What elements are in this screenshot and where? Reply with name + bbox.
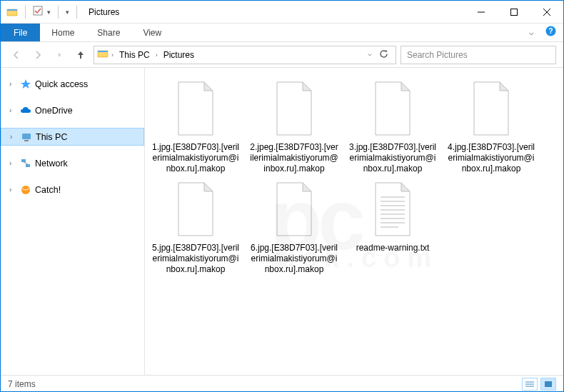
chevron-right-icon[interactable]: › [110,51,115,59]
svg-rect-12 [24,140,29,141]
chevron-right-icon[interactable]: › [9,159,16,167]
status-count: 7 items [8,379,36,389]
cloud-icon [20,105,31,116]
blank-file-icon [168,78,223,139]
search-input[interactable]: Search Pictures [401,46,556,64]
file-name: 5.jpg.[E38D7F03].[verilerimialmakistiyor… [151,243,241,275]
recent-dropdown-icon[interactable]: ▾ [51,46,68,64]
file-tab[interactable]: File [1,24,40,41]
details-view-button[interactable] [522,378,538,391]
monitor-icon [21,131,32,143]
blank-file-icon [266,78,322,139]
qat-dropdown-icon[interactable]: ▾ [47,9,51,16]
minimize-button[interactable] [465,1,498,24]
file-item[interactable]: 3.jpg.[E38D7F03].[verilerimialmakistiyor… [346,78,439,174]
text-file-icon [365,179,421,240]
refresh-icon[interactable] [379,49,388,61]
qat-overflow-icon[interactable]: ▾ [66,9,69,16]
blank-file-icon [266,179,322,240]
explorer-icon [6,6,18,18]
separator [25,6,26,19]
chevron-right-icon[interactable]: › [9,186,16,194]
breadcrumb-dropdown-icon[interactable]: ⌵ [368,49,372,61]
svg-rect-14 [26,164,30,167]
sidebar-item-catch[interactable]: › Catch! [1,181,144,198]
network-icon [20,158,31,169]
chevron-right-icon[interactable]: › [10,133,17,141]
back-button[interactable] [8,46,25,64]
breadcrumb-folder-icon [97,48,109,61]
sidebar-item-label: Quick access [35,79,88,89]
chevron-right-icon[interactable]: › [9,106,16,114]
file-name: 6.jpg.[E38D7F03].[verilerimialmakistiyor… [249,243,339,275]
ribbon: File Home Share View ⌵ ? [1,24,563,42]
titlebar: ▾ ▾ Pictures [1,1,563,24]
file-item[interactable]: readme-warning.txt [346,179,439,275]
tab-share[interactable]: Share [86,24,131,41]
help-icon[interactable]: ? [545,26,556,39]
sidebar-item-label: Catch! [35,185,61,195]
up-button[interactable] [72,46,89,64]
chevron-right-icon[interactable]: › [154,51,159,59]
sidebar-item-label: This PC [36,132,67,142]
file-name: 3.jpg.[E38D7F03].[verilerimialmakistiyor… [348,142,438,174]
file-item[interactable]: 6.jpg.[E38D7F03].[verilerimialmakistiyor… [248,179,341,275]
blank-file-icon [463,78,519,139]
qat-checkbox-icon[interactable] [33,6,43,19]
sidebar-item-this-pc[interactable]: › This PC [1,128,144,146]
blank-file-icon [168,179,223,240]
svg-rect-13 [21,159,26,162]
sidebar-item-label: Network [35,159,68,169]
chevron-right-icon[interactable]: › [9,80,16,88]
star-icon [20,79,31,90]
sidebar-item-label: OneDrive [35,106,73,116]
svg-rect-28 [545,381,552,387]
sidebar-item-onedrive[interactable]: › OneDrive [1,101,144,119]
breadcrumb-pictures[interactable]: Pictures [161,50,197,60]
blank-file-icon [365,78,421,139]
svg-text:?: ? [548,27,553,35]
expand-ribbon-icon[interactable]: ⌵ [529,28,534,37]
separator [58,6,59,19]
ball-icon [20,184,31,196]
file-item[interactable]: 2.jpeg.[E38D7F03].[verilerimialmakistiyo… [248,78,341,174]
window-title: Pictures [84,7,119,17]
navigation-pane: › Quick access › OneDrive › This PC › Ne… [1,68,145,375]
maximize-button[interactable] [498,1,530,24]
tab-view[interactable]: View [131,24,173,41]
svg-line-15 [24,162,28,164]
large-icons-view-button[interactable] [540,378,556,391]
svg-rect-2 [34,6,42,15]
addressbar: ▾ › This PC › Pictures ⌵ Search Pictures [1,42,563,68]
file-item[interactable]: 1.jpg.[E38D7F03].[verilerimialmakistiyor… [149,78,242,174]
file-item[interactable]: 5.jpg.[E38D7F03].[verilerimialmakistiyor… [149,179,242,275]
titlebar-left: ▾ ▾ Pictures [1,6,119,19]
forward-button[interactable] [29,46,46,64]
file-name: readme-warning.txt [356,243,430,253]
file-name: 1.jpg.[E38D7F03].[verilerimialmakistiyor… [151,142,241,174]
close-button[interactable] [530,1,563,24]
breadcrumb-this-pc[interactable]: This PC [116,50,153,60]
svg-rect-10 [98,51,108,52]
sidebar-item-network[interactable]: › Network [1,154,144,172]
file-name: 2.jpeg.[E38D7F03].[verilerimialmakistiyo… [249,142,339,174]
window-controls [465,1,563,24]
svg-rect-1 [7,9,17,11]
file-item[interactable]: 4.jpg.[E38D7F03].[verilerimialmakistiyor… [445,78,538,174]
svg-rect-11 [22,134,31,139]
statusbar: 7 items [1,375,563,392]
file-list[interactable]: pcrisk.com 1.jpg.[E38D7F03].[verilerimia… [145,68,563,375]
svg-rect-4 [511,9,518,15]
separator [76,6,77,19]
breadcrumb[interactable]: › This PC › Pictures ⌵ [94,46,396,64]
file-name: 4.jpg.[E38D7F03].[verilerimialmakistiyor… [446,142,536,174]
tab-home[interactable]: Home [40,24,86,41]
sidebar-item-quick-access[interactable]: › Quick access [1,75,144,93]
